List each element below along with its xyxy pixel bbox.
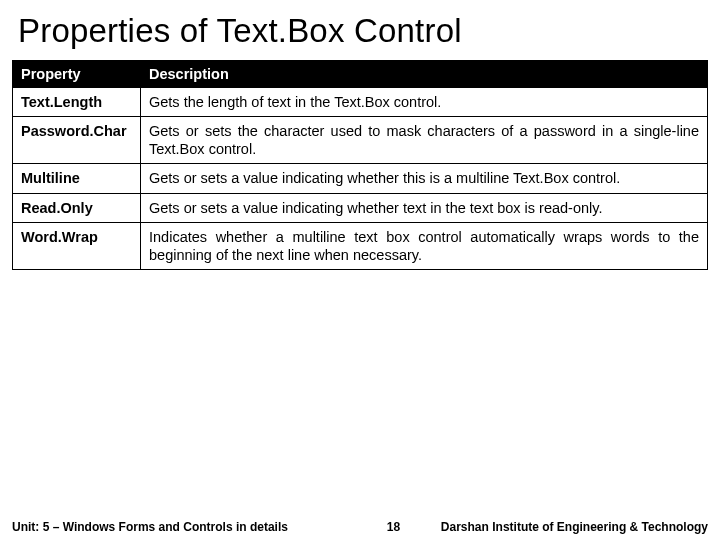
page-title: Properties of Text.Box Control [0, 12, 720, 60]
table-header-row: Property Description [13, 61, 708, 88]
slide-footer: Unit: 5 – Windows Forms and Controls in … [0, 520, 720, 534]
property-name: Password.Char [13, 117, 141, 164]
property-name: Text.Length [13, 88, 141, 117]
slide: Properties of Text.Box Control Property … [0, 0, 720, 540]
property-description: Indicates whether a multiline text box c… [141, 222, 708, 269]
property-description: Gets or sets a value indicating whether … [141, 193, 708, 222]
footer-page-number: 18 [288, 520, 441, 534]
footer-organization: Darshan Institute of Engineering & Techn… [441, 520, 708, 534]
property-description: Gets or sets the character used to mask … [141, 117, 708, 164]
col-header-description: Description [141, 61, 708, 88]
property-description: Gets or sets a value indicating whether … [141, 164, 708, 193]
footer-unit: Unit: 5 – Windows Forms and Controls in … [12, 520, 288, 534]
table-row: Multiline Gets or sets a value indicatin… [13, 164, 708, 193]
property-name: Multiline [13, 164, 141, 193]
col-header-property: Property [13, 61, 141, 88]
table-row: Word.Wrap Indicates whether a multiline … [13, 222, 708, 269]
property-description: Gets the length of text in the Text.Box … [141, 88, 708, 117]
table-row: Text.Length Gets the length of text in t… [13, 88, 708, 117]
table-row: Password.Char Gets or sets the character… [13, 117, 708, 164]
property-name: Word.Wrap [13, 222, 141, 269]
table-row: Read.Only Gets or sets a value indicatin… [13, 193, 708, 222]
property-name: Read.Only [13, 193, 141, 222]
properties-table: Property Description Text.Length Gets th… [12, 60, 708, 270]
